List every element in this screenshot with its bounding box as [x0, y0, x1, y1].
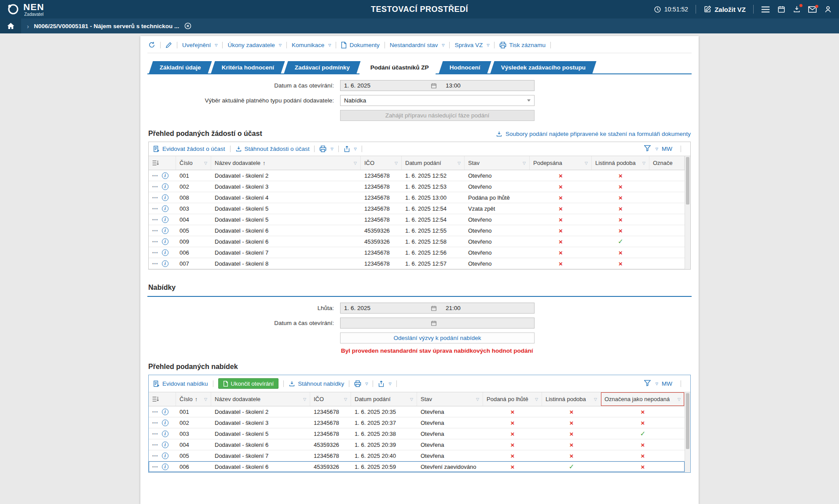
export-table-button[interactable]: ▽ — [344, 146, 357, 152]
column-cislo[interactable]: Číslo▽ — [176, 156, 211, 170]
stahnout-zadosti-button[interactable]: Stáhnout žádosti o účast — [235, 146, 310, 152]
column-nazev-dodavatele[interactable]: Název dodavatele↑ ▽ — [211, 156, 361, 170]
export-table-button[interactable]: ▽ — [378, 380, 391, 387]
filter-icon[interactable]: ▽ — [642, 161, 645, 165]
column-podepsana[interactable]: Podepsána▽ — [530, 156, 592, 170]
lhuta-datetime-field[interactable]: 1. 6. 2025 21:00 — [340, 303, 535, 314]
zadost-table-row[interactable]: ••• i 006 Dodavatel - školení 7 12345678… — [149, 247, 685, 258]
column-podana-po-lhute[interactable]: Podaná po lhůtě▽ — [483, 392, 542, 406]
filter-button[interactable] — [644, 380, 651, 387]
column-listinna-podoba[interactable]: Listinná podoba▽ — [592, 156, 649, 170]
row-menu-icon[interactable]: ••• — [152, 250, 158, 255]
tab-zadavaci-podminky[interactable]: Zadávací podmínky — [284, 61, 360, 73]
zadost-table-row[interactable]: ••• i 007 Dodavatel - školení 8 12345678… — [149, 258, 685, 269]
filter-icon[interactable]: ▽ — [204, 161, 207, 165]
evidovat-nabidku-button[interactable]: Evidovat nabídku — [153, 380, 208, 387]
zadost-table-row[interactable]: ••• i 003 Dodavatel - školení 5 12345678… — [149, 203, 685, 214]
dokumenty-button[interactable]: Dokumenty — [341, 42, 379, 48]
tab-podani-ucastniku-zp[interactable]: Podání účastníků ZP — [359, 60, 440, 74]
filter-icon[interactable]: ▽ — [204, 397, 207, 402]
row-menu-icon[interactable]: ••• — [152, 464, 158, 469]
column-ico[interactable]: IČO▽ — [361, 156, 402, 170]
row-menu-icon[interactable]: ••• — [152, 442, 158, 447]
filter-icon[interactable]: ▽ — [395, 161, 398, 165]
row-info-icon[interactable]: i — [162, 183, 169, 190]
zadost-table-row[interactable]: ••• i 004 Dodavatel - školení 5 12345678… — [149, 214, 685, 225]
calendar-icon[interactable] — [431, 320, 437, 326]
sprava-vz-menu[interactable]: Správa VZ▽ — [454, 42, 489, 48]
tisk-zaznamu-button[interactable]: Tisk záznamu — [499, 42, 546, 48]
filter-icon[interactable]: ▽ — [523, 161, 526, 165]
nen-logo[interactable]: NEN Zadavatel — [7, 2, 44, 17]
row-menu-icon[interactable]: ••• — [152, 409, 158, 414]
row-info-icon[interactable]: i — [162, 431, 169, 437]
stahnout-nabidky-button[interactable]: Stáhnout nabídky — [289, 380, 344, 387]
column-oznacena[interactable]: Označe — [649, 156, 685, 170]
soubory-podani-link[interactable]: Soubory podání najdete připravené ke sta… — [496, 131, 691, 137]
filter-icon[interactable]: ▽ — [458, 161, 461, 165]
row-menu-icon[interactable]: ••• — [152, 431, 158, 436]
evidovat-zadost-button[interactable]: Evidovat žádost o účast — [153, 146, 225, 152]
calendar-icon[interactable] — [431, 83, 437, 89]
nestandardni-stav-menu[interactable]: Nestandardní stav▽ — [390, 42, 445, 48]
column-selector[interactable] — [149, 392, 176, 406]
nabidka-table-row[interactable]: ••• i 002 Dodavatel - školení 3 12345678… — [149, 417, 685, 428]
otevirani-datetime-field[interactable]: 1. 6. 2025 13:00 — [340, 80, 535, 91]
mw-link[interactable]: MW — [662, 380, 672, 387]
create-vz-button[interactable]: Založit VZ — [703, 5, 746, 13]
row-menu-icon[interactable]: ••• — [152, 239, 158, 244]
nabidka-table-row[interactable]: ••• i 004 Dodavatel - školení 6 45359326… — [149, 439, 685, 450]
nabidka-table-row[interactable]: ••• i 001 Dodavatel - školení 2 12345678… — [149, 406, 685, 417]
column-oznacena-jako-nepodana[interactable]: Označena jako nepodaná▽ — [601, 392, 685, 406]
ukoncit-otevirani-button[interactable]: Ukončit otevírání — [218, 378, 279, 389]
messages-button[interactable] — [808, 6, 817, 13]
zadost-table-row[interactable]: ••• i 002 Dodavatel - školení 3 12345678… — [149, 181, 685, 192]
nabidka-table-row[interactable]: ••• i 005 Dodavatel - školení 7 12345678… — [149, 450, 685, 461]
zadost-table-row[interactable]: ••• i 001 Dodavatel - školení 2 12345678… — [149, 170, 685, 181]
row-info-icon[interactable]: i — [162, 249, 169, 256]
scrollbar-thumb[interactable] — [686, 393, 689, 449]
tab-zakladni-udaje[interactable]: Základní údaje — [149, 61, 212, 73]
row-info-icon[interactable]: i — [162, 409, 169, 415]
zadost-table-row[interactable]: ••• i 009 Dodavatel - školení 6 45359326… — [149, 236, 685, 247]
row-menu-icon[interactable]: ••• — [152, 217, 158, 222]
row-info-icon[interactable]: i — [162, 216, 169, 223]
column-stav[interactable]: Stav▽ — [465, 156, 530, 170]
history-button[interactable] — [148, 41, 155, 48]
row-info-icon[interactable]: i — [162, 172, 169, 179]
zadost-table-row[interactable]: ••• i 005 Dodavatel - školení 6 45359326… — [149, 225, 685, 236]
column-nazev-dodavatele[interactable]: Název dodavatele▽ — [211, 392, 310, 406]
user-button[interactable] — [824, 5, 832, 13]
row-info-icon[interactable]: i — [162, 464, 169, 470]
nabidka-table-row[interactable]: ••• i 006 Dodavatel - školení 6 45359326… — [149, 461, 685, 472]
zahajit-pripravu-button[interactable]: Zahájit přípravu následující fáze podání — [340, 110, 535, 121]
row-menu-icon[interactable]: ••• — [152, 261, 158, 266]
column-selector[interactable] — [149, 156, 176, 170]
filter-icon[interactable]: ▽ — [678, 397, 681, 402]
column-ico[interactable]: IČO▽ — [310, 392, 351, 406]
filter-icon[interactable]: ▽ — [594, 397, 597, 402]
menu-button[interactable] — [761, 6, 770, 13]
row-info-icon[interactable]: i — [162, 260, 169, 267]
uverejneni-menu[interactable]: Uveřejnění▽ — [182, 42, 217, 48]
column-stav[interactable]: Stav▽ — [417, 392, 483, 406]
filter-icon[interactable]: ▽ — [535, 397, 538, 402]
filter-icon[interactable]: ▽ — [344, 397, 347, 402]
row-info-icon[interactable]: i — [162, 205, 169, 212]
filter-icon[interactable]: ▽ — [354, 161, 357, 165]
filter-icon[interactable]: ▽ — [585, 161, 588, 165]
column-datum-podani[interactable]: Datum podání▽ — [351, 392, 417, 406]
zadost-table-row[interactable]: ••• i 008 Dodavatel - školení 4 12345678… — [149, 192, 685, 203]
ukony-zadavatele-menu[interactable]: Úkony zadavatele▽ — [227, 42, 281, 48]
downloads-button[interactable] — [793, 5, 801, 13]
row-info-icon[interactable]: i — [162, 442, 169, 448]
breadcrumb-item[interactable]: N006/25/V00005181 - Nájem serverů s tech… — [34, 23, 179, 29]
calendar-icon[interactable] — [431, 305, 437, 311]
table-scrollbar[interactable] — [685, 156, 690, 269]
row-info-icon[interactable]: i — [162, 194, 169, 201]
otevirani-datetime-field-empty[interactable] — [340, 318, 535, 329]
odeslani-vyzvy-button[interactable]: Odeslání výzvy k podání nabídek — [340, 332, 535, 343]
row-menu-icon[interactable]: ••• — [152, 184, 158, 189]
row-menu-icon[interactable]: ••• — [152, 453, 158, 458]
row-menu-icon[interactable]: ••• — [152, 420, 158, 425]
